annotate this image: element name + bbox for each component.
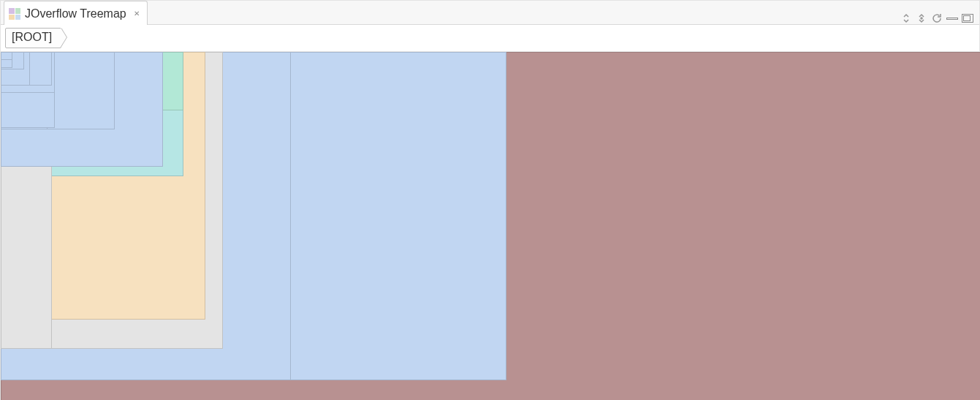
collapse-all-icon[interactable] [900,12,912,24]
svg-point-0 [921,18,922,19]
tab-tools [900,12,979,24]
r6[interactable] [1,52,12,60]
tab-title: JOverflow Treemap [25,7,126,20]
breadcrumb-root[interactable]: [ROOT] [5,28,61,48]
expand-all-icon[interactable] [916,12,927,24]
tab-bar: JOverflow Treemap ✕ [1,1,979,25]
refresh-icon[interactable] [931,12,943,24]
maximize-button[interactable] [962,14,973,23]
treemap-icon [9,8,20,20]
tab-joverflow-treemap[interactable]: JOverflow Treemap ✕ [4,1,148,25]
treemap-canvas[interactable]: [ROOT] java lang String ... reflect ... [1,52,979,399]
close-icon[interactable]: ✕ [134,10,141,18]
breadcrumb-bar: [ROOT] [1,25,979,52]
minimize-button[interactable] [946,18,958,20]
